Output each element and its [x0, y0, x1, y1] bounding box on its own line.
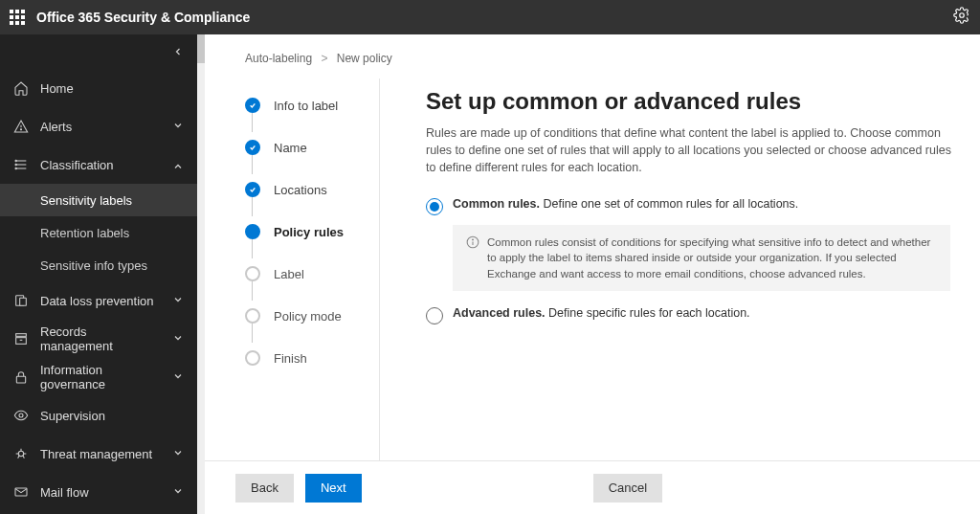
- sidebar-item-alerts[interactable]: Alerts: [0, 107, 197, 145]
- chevron-down-icon: [172, 447, 184, 461]
- settings-gear-icon[interactable]: [953, 7, 970, 28]
- step-done-icon: [245, 98, 260, 113]
- cancel-button[interactable]: Cancel: [593, 474, 662, 503]
- sidebar-item-dlp[interactable]: Data loss prevention: [0, 281, 197, 320]
- collapse-sidebar-icon[interactable]: [172, 46, 184, 57]
- wizard-form: Set up common or advanced rules Rules ar…: [399, 78, 980, 460]
- svg-point-6: [15, 160, 16, 161]
- step-label: Finish: [274, 351, 307, 366]
- dlp-icon: [13, 293, 29, 308]
- sidebar-item-home[interactable]: Home: [0, 69, 197, 107]
- radio-button-icon: [426, 198, 443, 215]
- step-label: Policy rules: [274, 225, 344, 239]
- info-callout-text: Common rules consist of conditions for s…: [487, 235, 937, 280]
- page-heading: Set up common or advanced rules: [426, 88, 980, 115]
- step-done-icon: [245, 182, 260, 197]
- step-label: Info to label: [274, 99, 338, 113]
- step-label: Locations: [274, 183, 327, 197]
- svg-rect-10: [20, 298, 27, 305]
- step-todo-icon: [245, 350, 260, 366]
- sidebar-item-label: Supervision: [40, 409, 105, 423]
- step-info-to-label[interactable]: Info to label: [245, 84, 379, 126]
- sidebar-item-label: Information governance: [40, 363, 161, 391]
- back-button[interactable]: Back: [235, 474, 294, 503]
- step-done-icon: [245, 140, 260, 155]
- sidebar: Home Alerts Classification Sensitivity l…: [0, 34, 197, 514]
- topbar: Office 365 Security & Compliance: [0, 0, 980, 34]
- threat-icon: [13, 446, 29, 461]
- step-label: Label: [274, 267, 304, 281]
- step-label-step[interactable]: Label: [245, 253, 379, 295]
- step-name[interactable]: Name: [245, 126, 379, 168]
- sidebar-item-records[interactable]: Records management: [0, 320, 197, 358]
- svg-point-25: [473, 239, 474, 240]
- radio-label: Advanced rules. Define specific rules fo…: [453, 306, 750, 320]
- sidebar-item-classification[interactable]: Classification: [0, 145, 197, 184]
- step-label: Name: [274, 141, 307, 155]
- vertical-divider: [379, 78, 380, 460]
- wizard-row: Info to label Name Locations Policy rule…: [197, 78, 980, 460]
- app-title: Office 365 Security & Compliance: [36, 10, 250, 25]
- breadcrumb-sep-icon: >: [321, 52, 327, 65]
- layout: Home Alerts Classification Sensitivity l…: [0, 34, 980, 514]
- sidebar-item-label: Records management: [40, 324, 161, 353]
- chevron-down-icon: [172, 485, 184, 500]
- chevron-down-icon: [172, 370, 184, 385]
- step-current-icon: [245, 224, 260, 239]
- sidebar-item-label: Home: [40, 81, 74, 96]
- sidebar-subitem-label: Sensitivity labels: [40, 193, 132, 208]
- svg-point-2: [20, 129, 21, 130]
- step-finish[interactable]: Finish: [245, 337, 379, 379]
- mail-icon: [13, 484, 29, 500]
- sidebar-item-info-governance[interactable]: Information governance: [0, 358, 197, 396]
- svg-rect-14: [16, 376, 25, 383]
- page-description: Rules are made up of conditions that def…: [426, 124, 962, 176]
- svg-point-15: [19, 413, 23, 417]
- sidebar-subitem-sensitive-info-types[interactable]: Sensitive info types: [0, 249, 197, 281]
- app-launcher-icon[interactable]: [10, 10, 25, 25]
- breadcrumb-parent[interactable]: Auto-labeling: [245, 52, 312, 65]
- step-label: Policy mode: [274, 309, 342, 324]
- radio-button-icon: [426, 307, 443, 324]
- step-locations[interactable]: Locations: [245, 168, 379, 211]
- next-button[interactable]: Next: [305, 474, 362, 503]
- svg-rect-22: [15, 488, 27, 496]
- scrollbar[interactable]: [197, 34, 205, 514]
- sidebar-subitem-retention-labels[interactable]: Retention labels: [0, 216, 197, 249]
- breadcrumb-current: New policy: [337, 52, 392, 65]
- svg-line-21: [23, 456, 24, 458]
- sidebar-item-label: Threat management: [40, 447, 152, 461]
- svg-line-20: [18, 456, 19, 458]
- sidebar-collapse-row: [0, 34, 197, 69]
- chevron-up-icon: [172, 158, 184, 172]
- sidebar-item-label: Data loss prevention: [40, 294, 154, 308]
- alert-icon: [13, 119, 29, 134]
- sidebar-subitem-label: Sensitive info types: [40, 258, 147, 273]
- sidebar-item-mailflow[interactable]: Mail flow: [0, 473, 197, 511]
- topbar-left: Office 365 Security & Compliance: [10, 10, 250, 25]
- sidebar-item-label: Classification: [40, 158, 114, 172]
- eye-icon: [13, 408, 29, 423]
- step-todo-icon: [245, 308, 260, 324]
- sidebar-item-supervision[interactable]: Supervision: [0, 396, 197, 435]
- info-callout: Common rules consist of conditions for s…: [453, 225, 950, 290]
- breadcrumb: Auto-labeling > New policy: [197, 34, 980, 78]
- wizard-footer: Back Next Cancel: [197, 460, 980, 514]
- step-policy-mode[interactable]: Policy mode: [245, 295, 379, 337]
- sidebar-item-threat[interactable]: Threat management: [0, 435, 197, 473]
- chevron-down-icon: [172, 294, 184, 308]
- records-icon: [13, 331, 29, 346]
- chevron-down-icon: [172, 332, 184, 346]
- radio-advanced-rules[interactable]: Advanced rules. Define specific rules fo…: [426, 306, 980, 324]
- sidebar-item-label: Mail flow: [40, 485, 89, 500]
- step-policy-rules[interactable]: Policy rules: [245, 211, 379, 253]
- svg-rect-12: [16, 338, 27, 345]
- sidebar-subitem-sensitivity-labels[interactable]: Sensitivity labels: [0, 184, 197, 216]
- svg-point-8: [15, 168, 16, 168]
- info-icon: [466, 235, 479, 280]
- sidebar-subitem-label: Retention labels: [40, 226, 129, 240]
- home-icon: [13, 80, 29, 96]
- content: Auto-labeling > New policy Info to label…: [197, 34, 980, 514]
- chevron-down-icon: [172, 120, 184, 134]
- radio-common-rules[interactable]: Common rules. Define one set of common r…: [426, 197, 980, 215]
